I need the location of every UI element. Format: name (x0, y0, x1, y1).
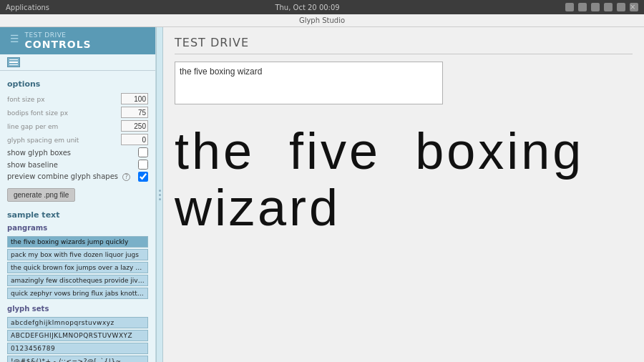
glyph-set-uppercase[interactable]: ABCDEFGHIJKLMNOPQRSTUVWXYZ (7, 330, 148, 341)
glyph-spacing-input[interactable] (121, 134, 148, 145)
line-gap-input[interactable] (121, 120, 148, 132)
system-icon-2 (578, 3, 587, 11)
pangram-item[interactable]: quick zephyr vows bring flux jabs knotte… (7, 288, 148, 299)
app-name-bar: Glyph Studio (0, 14, 644, 27)
glyph-set-special[interactable]: !@#$&()*+,-./:;<=>?@[_`{|}~ (7, 356, 148, 362)
glyph-spacing-row: glyph spacing em unit (7, 134, 148, 145)
test-drive-title: TEST DRIVE (175, 36, 633, 54)
preview-combine-label: preview combine glyph shapes ? (7, 172, 138, 181)
preview-combine-checkbox[interactable] (138, 172, 148, 182)
app-menu-label[interactable]: Applications (6, 4, 49, 11)
system-icon-5 (617, 3, 625, 11)
sidebar-sub-label: TEST DRIVE (25, 31, 92, 39)
line-gap-row: line gap per em (7, 120, 148, 132)
hamburger-icon[interactable]: ☰ (10, 33, 19, 44)
app-title: Glyph Studio (299, 16, 345, 24)
line-gap-label: line gap per em (7, 122, 121, 130)
pangrams-list: the five boxing wizards jump quickly pac… (7, 236, 148, 299)
info-icon: ? (122, 173, 130, 181)
pangram-item[interactable]: amazingly few discotheques provide jiveb… (7, 275, 148, 286)
main-layout: ☰ TEST DRIVE CONTROLS options font size … (0, 27, 644, 362)
bodips-row: bodips font size px (7, 107, 148, 118)
glyph-sets-title: glyph sets (7, 305, 148, 313)
glyph-set-digits[interactable]: 0123456789 (7, 343, 148, 354)
font-size-row: font size px (7, 93, 148, 104)
preview-text: the five boxing wizard (175, 123, 633, 236)
sample-text-section: sample text pangrams the five boxing wiz… (7, 210, 148, 362)
sidebar-header: ☰ TEST DRIVE CONTROLS (0, 27, 155, 54)
show-glyph-boxes-row: show glyph boxes (7, 147, 148, 157)
pangrams-title: pangrams (7, 224, 148, 232)
glyph-spacing-label: glyph spacing em unit (7, 136, 121, 144)
pangram-item[interactable]: pack my box with five dozen liquor jugs (7, 249, 148, 260)
generate-png-button[interactable]: generate .png file (7, 188, 75, 202)
glyph-set-lowercase[interactable]: abcdefghijklmnopqrstuvwxyz (7, 317, 148, 328)
show-baseline-checkbox[interactable] (138, 160, 148, 170)
top-bar: Applications Thu, Oct 20 00:09 × (0, 0, 644, 14)
resize-dots (159, 190, 161, 200)
sidebar-header-text: TEST DRIVE CONTROLS (25, 31, 92, 50)
resize-dot (159, 194, 161, 196)
resize-dot (159, 198, 161, 200)
test-drive-input[interactable]: the five boxing wizard (175, 62, 443, 104)
options-section-title: options (7, 79, 148, 89)
bodips-input[interactable] (121, 107, 148, 118)
show-glyph-boxes-label: show glyph boxes (7, 149, 138, 157)
resize-dot (159, 190, 161, 192)
preview-combine-row: preview combine glyph shapes ? (7, 172, 148, 182)
system-icon-4 (604, 3, 613, 11)
sidebar-content: options font size px bodips font size px… (0, 71, 155, 362)
list-icon[interactable] (7, 57, 20, 67)
preview-area: the five boxing wizard (175, 116, 633, 353)
show-baseline-row: show baseline (7, 160, 148, 170)
font-size-label: font size px (7, 95, 121, 103)
window-close-icon[interactable]: × (630, 3, 638, 11)
bodips-label: bodips font size px (7, 109, 121, 117)
pangram-item[interactable]: the five boxing wizards jump quickly (7, 236, 148, 248)
resize-handle[interactable] (156, 27, 163, 362)
top-bar-controls: × (565, 3, 638, 11)
datetime-display: Thu, Oct 20 00:09 (275, 4, 339, 11)
system-icon-1 (565, 3, 574, 11)
font-size-input[interactable] (121, 93, 148, 104)
sidebar-title: CONTROLS (25, 39, 92, 50)
system-icon-3 (591, 3, 600, 11)
show-baseline-label: show baseline (7, 161, 138, 169)
sample-text-title: sample text (7, 210, 148, 220)
show-glyph-boxes-checkbox[interactable] (138, 147, 148, 157)
main-content: TEST DRIVE the five boxing wizard the fi… (163, 27, 644, 362)
sidebar: ☰ TEST DRIVE CONTROLS options font size … (0, 27, 156, 362)
pangram-item[interactable]: the quick brown fox jumps over a lazy do… (7, 262, 148, 273)
